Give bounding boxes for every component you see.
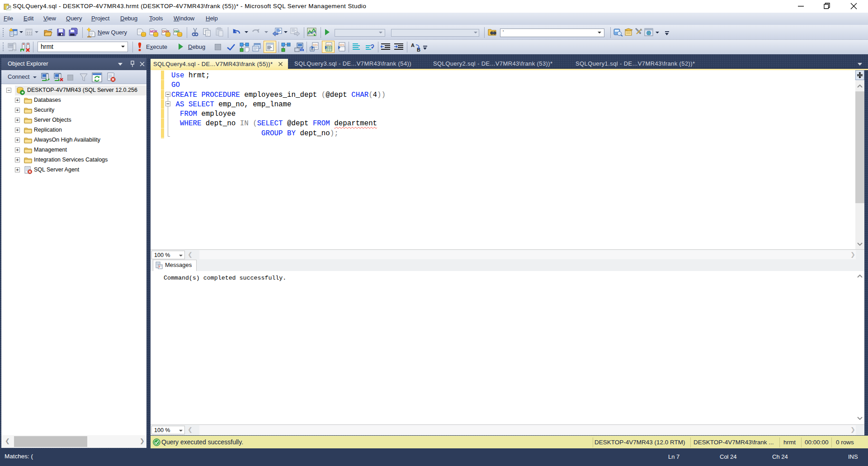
svg-text:101: 101 xyxy=(340,43,344,47)
svg-text:A: A xyxy=(411,43,415,48)
svg-text:101: 101 xyxy=(313,43,318,47)
